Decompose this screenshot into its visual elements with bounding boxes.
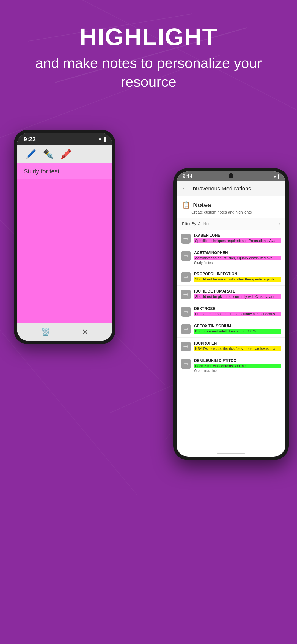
drug-list: IXABEPILONESpecific techniques required;…	[177, 230, 285, 451]
drug-name: IBUPROFEN	[194, 341, 281, 345]
phone-front-status-icons: ▾ ▐	[274, 174, 279, 179]
back-button[interactable]: ←	[182, 185, 188, 192]
hero-title: HIGHLIGHT	[16, 25, 280, 49]
drug-syringe-icon	[181, 324, 191, 334]
svg-rect-22	[183, 277, 184, 277]
delete-icon[interactable]: 🗑️	[41, 328, 51, 337]
phones-container: 9:22 ▾ ▐ 🖊️ ✒️ 🖍️ Study for test 🗑️	[0, 113, 297, 526]
svg-rect-21	[187, 276, 188, 278]
svg-rect-28	[183, 294, 184, 295]
note-content-area[interactable]	[17, 179, 112, 323]
svg-rect-27	[187, 294, 188, 296]
drug-syringe-icon	[181, 290, 191, 299]
drug-highlight: Should not be mixed with other therapeut…	[194, 277, 281, 282]
notes-subtitle: Create custom notes and highlights	[182, 210, 280, 214]
drug-syringe-icon	[181, 342, 191, 351]
notes-title-row: 📋 Notes	[182, 201, 280, 209]
svg-rect-40	[183, 329, 184, 329]
drug-highlight: Premature neonates are particularly at r…	[194, 312, 281, 316]
phone-front-time: 9:14	[183, 174, 193, 179]
highlight-toolbar[interactable]: 🖊️ ✒️ 🖍️	[17, 145, 112, 163]
pink-highlighter-icon[interactable]: 🖊️	[25, 149, 36, 159]
svg-rect-9	[187, 238, 188, 240]
svg-rect-46	[183, 346, 184, 347]
phone-front-screen: 9:14 ▾ ▐ ← Intravenous Medications 📋 Not…	[177, 171, 285, 457]
drug-syringe-icon	[181, 359, 191, 369]
app-header-title: Intravenous Medications	[191, 185, 251, 192]
drug-highlight: NSAIDs increase the risk for serious car…	[194, 346, 281, 351]
drug-item[interactable]: DENILEUKIN DIFTITOXEach 2-mL vial contai…	[177, 355, 285, 376]
note-title: Study for test	[17, 163, 112, 179]
drug-name: DEXTROSE	[194, 306, 281, 311]
svg-rect-10	[183, 238, 184, 239]
phone-back: 9:22 ▾ ▐ 🖊️ ✒️ 🖍️ Study for test 🗑️	[14, 130, 116, 344]
battery-icon: ▐	[277, 174, 279, 179]
phone-camera	[229, 173, 233, 178]
svg-rect-16	[183, 256, 184, 256]
svg-rect-34	[183, 312, 184, 312]
notes-icon: 📋	[182, 201, 190, 209]
signal-icon: ▐	[103, 137, 106, 142]
drug-note-text: Green machine	[194, 369, 281, 373]
drug-item[interactable]: DEXTROSEPremature neonates are particula…	[177, 303, 285, 320]
drug-highlight: Specific techniques required; see Precau…	[194, 238, 281, 243]
drug-highlight: Should not be given concurrently with Cl…	[194, 294, 281, 299]
drug-item[interactable]: IXABEPILONESpecific techniques required;…	[177, 230, 285, 247]
app-header: ← Intravenous Medications	[177, 181, 285, 196]
drug-item[interactable]: ACETAMINOPHENAdminister as an infusion, …	[177, 247, 285, 268]
drug-note-text: Study for test	[194, 261, 281, 265]
close-icon[interactable]: ✕	[82, 328, 88, 337]
drug-syringe-icon	[181, 234, 191, 244]
home-indicator	[217, 453, 245, 454]
drug-info: PROPOFOL INJECTIONShould not be mixed wi…	[194, 272, 281, 282]
drug-syringe-icon	[181, 272, 191, 282]
drug-info: IBUTILIDE FUMARATEShould not be given co…	[194, 289, 281, 299]
drug-item[interactable]: CEFOXITIN SODIUMDo not exceed adult dose…	[177, 320, 285, 338]
notes-title: Notes	[193, 201, 211, 209]
notes-header: 📋 Notes Create custom notes and highligh…	[177, 196, 285, 218]
drug-item[interactable]: IBUPROFENNSAIDs increase the risk for se…	[177, 338, 285, 355]
svg-rect-33	[187, 311, 188, 313]
drug-highlight: Administer as an infusion, equally distr…	[194, 256, 281, 260]
note-bottom-toolbar: 🗑️ ✕	[17, 323, 112, 341]
drug-highlight: Do not exceed adult dose and/or 12 Gm.	[194, 329, 281, 334]
phone-front: 9:14 ▾ ▐ ← Intravenous Medications 📋 Not…	[173, 168, 289, 460]
svg-rect-51	[187, 363, 188, 365]
drug-name: IXABEPILONE	[194, 233, 281, 238]
drug-info: ACETAMINOPHENAdminister as an infusion, …	[194, 250, 281, 265]
filter-value: All Notes	[198, 222, 213, 226]
drug-item[interactable]: PROPOFOL INJECTIONShould not be mixed wi…	[177, 268, 285, 286]
drug-syringe-icon	[181, 307, 191, 317]
drug-info: IBUPROFENNSAIDs increase the risk for se…	[194, 341, 281, 351]
drug-name: CEFOXITIN SODIUM	[194, 324, 281, 328]
drug-name: PROPOFOL INJECTION	[194, 272, 281, 276]
filter-row[interactable]: Filter By: All Notes ›	[177, 218, 285, 230]
filter-chevron-icon: ›	[279, 221, 280, 226]
phone-back-status-bar: 9:22 ▾ ▐	[17, 133, 112, 145]
drug-syringe-icon	[181, 251, 191, 261]
drug-item[interactable]: IBUTILIDE FUMARATEShould not be given co…	[177, 286, 285, 303]
drug-highlight: Each 2-mL vial contains 300 mcg	[194, 364, 281, 368]
svg-rect-52	[183, 364, 184, 364]
drug-info: DENILEUKIN DIFTITOXEach 2-mL vial contai…	[194, 358, 281, 373]
phone-back-time: 9:22	[24, 136, 36, 143]
filter-label: Filter By: All Notes	[182, 222, 213, 226]
hero-subtitle: and make notes to personalize your resou…	[16, 54, 280, 91]
phone-back-status-icons: ▾ ▐	[99, 137, 106, 142]
drug-name: ACETAMINOPHEN	[194, 250, 281, 255]
hero-section: HIGHLIGHT and make notes to personalize …	[0, 0, 297, 102]
drug-name: DENILEUKIN DIFTITOX	[194, 358, 281, 363]
svg-rect-39	[187, 328, 188, 330]
phone-back-screen: 9:22 ▾ ▐ 🖊️ ✒️ 🖍️ Study for test 🗑️	[17, 133, 112, 341]
drug-name: IBUTILIDE FUMARATE	[194, 289, 281, 293]
drug-info: IXABEPILONESpecific techniques required;…	[194, 233, 281, 244]
wifi-icon: ▾	[274, 174, 276, 179]
drug-info: CEFOXITIN SODIUMDo not exceed adult dose…	[194, 324, 281, 334]
drug-info: DEXTROSEPremature neonates are particula…	[194, 306, 281, 317]
green-highlighter-icon[interactable]: ✒️	[43, 149, 54, 159]
svg-rect-15	[187, 255, 188, 257]
wifi-icon: ▾	[99, 137, 101, 142]
svg-rect-45	[187, 346, 188, 348]
yellow-highlighter-icon[interactable]: 🖍️	[61, 149, 72, 159]
